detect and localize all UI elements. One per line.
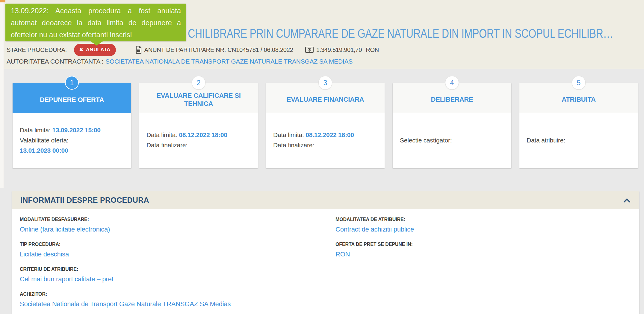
- step-card-evaluare-calificare: 2 EVALUARE CALIFICARE SI TEHNICA Data li…: [139, 83, 258, 168]
- date-label: Data limita:: [273, 131, 306, 138]
- document-icon: [136, 46, 142, 54]
- procedure-page: CHILIBRARE PRIN CUMPARARE DE GAZE NATURA…: [0, 0, 644, 314]
- step-details: Data limita: 13.09.2022 15:00 Valabilita…: [13, 113, 131, 156]
- field-label: TIP PROCEDURA:: [20, 241, 631, 247]
- step-card-evaluare-financiara: 3 EVALUARE FINANCIARA Data limita: 08.12…: [266, 83, 385, 168]
- panel-body: MODALITATE DESFASURARE: Online (fara lic…: [12, 209, 639, 308]
- procedure-info-panel: INFORMATII DESPRE PROCEDURA MODALITATE D…: [12, 191, 639, 314]
- field-value: Societatea Nationala de Transport Gaze N…: [20, 300, 631, 308]
- participation-notice: ANUNT DE PARTICIPARE NR. CN1045781 / 06.…: [144, 46, 293, 53]
- winner-label: Selectie castigator:: [400, 137, 452, 144]
- cancel-x-icon: ✖: [79, 47, 83, 52]
- panel-left-column: MODALITATE DESFASURARE: Online (fara lic…: [20, 217, 631, 308]
- step-number-badge: 3: [318, 76, 332, 90]
- validity-label: Valabilitate oferta:: [20, 137, 69, 144]
- date-value: 08.12.2022 18:00: [306, 131, 354, 138]
- field-value: Contract de achizitii publice: [335, 225, 414, 234]
- date-label: Data limita:: [146, 131, 179, 138]
- date-label: Data limita:: [20, 127, 52, 133]
- corner-marker: [0, 0, 5, 2]
- date-value: 08.12.2022 18:00: [179, 131, 227, 138]
- finalize-label: Data finalizare:: [273, 142, 314, 148]
- field-value: RON: [335, 250, 414, 259]
- field-label: MODALITATE DESFASURARE:: [20, 217, 631, 223]
- finalize-label: Data finalizare:: [146, 142, 188, 148]
- estimated-value: 1.349.519.901,70: [316, 46, 362, 53]
- authority-label: AUTORITATEA CONTRACTANTA :: [7, 58, 103, 65]
- date-value: 13.09.2022 15:00: [52, 127, 100, 133]
- step-details: Data limita: 08.12.2022 18:00 Data final…: [266, 113, 385, 150]
- step-card-depunere-oferta: 1 DEPUNERE OFERTA Data limita: 13.09.202…: [13, 83, 131, 168]
- field-value: Cel mai bun raport calitate – pret: [20, 275, 631, 283]
- chevron-up-icon[interactable]: [623, 198, 631, 203]
- step-details: Selectie castigator:: [393, 113, 511, 145]
- step-details: Data limita: 08.12.2022 18:00 Data final…: [139, 113, 258, 150]
- panel-right-column: MODALITATEA DE ATRIBUIRE: Contract de ac…: [335, 217, 414, 259]
- step-number-badge: 4: [445, 76, 459, 90]
- procedure-title: CHILIBRARE PRIN CUMPARARE DE GAZE NATURA…: [188, 26, 613, 41]
- tooltip-arrow: [91, 41, 103, 46]
- award-date-label: Data atribuire:: [527, 137, 565, 144]
- field-label: CRITERIU DE ATRIBUIRE:: [20, 266, 631, 272]
- step-card-deliberare: 4 DELIBERARE Selectie castigator:: [393, 83, 511, 168]
- status-badge-label: ANULATA: [86, 47, 111, 53]
- step-number-badge: 5: [572, 76, 586, 90]
- cancellation-tooltip: 13.09.2022: Aceasta procedura a fost anu…: [5, 4, 186, 41]
- money-icon: [305, 47, 314, 53]
- panel-header: INFORMATII DESPRE PROCEDURA: [12, 191, 639, 209]
- authority-row: AUTORITATEA CONTRACTANTA : SOCIETATEA NA…: [7, 57, 353, 66]
- estimated-value-currency: RON: [366, 46, 379, 53]
- authority-link[interactable]: SOCIETATEA NATIONALA DE TRANSPORT GAZE N…: [105, 58, 353, 65]
- left-scroll-strip: [0, 0, 4, 188]
- status-label: STARE PROCEDURA:: [7, 46, 67, 53]
- validity-value: 13.01.2023 00:00: [20, 147, 68, 154]
- status-row: STARE PROCEDURA: ✖ ANULATA ANUNT DE PART…: [7, 43, 379, 56]
- field-label: ACHIZITOR:: [20, 291, 631, 297]
- step-number-badge: 2: [192, 76, 205, 90]
- field-label: MODALITATEA DE ATRIBUIRE:: [335, 217, 414, 223]
- step-card-atribuita: 5 ATRIBUITA Data atribuire:: [519, 83, 638, 168]
- step-details: Data atribuire:: [519, 113, 638, 145]
- field-value: Online (fara licitatie electronica): [20, 225, 631, 234]
- field-label: OFERTA DE PRET SE DEPUNE IN:: [335, 241, 414, 247]
- step-number-badge: 1: [65, 76, 79, 90]
- field-value: Licitatie deschisa: [20, 250, 631, 259]
- panel-title: INFORMATII DESPRE PROCEDURA: [20, 196, 149, 205]
